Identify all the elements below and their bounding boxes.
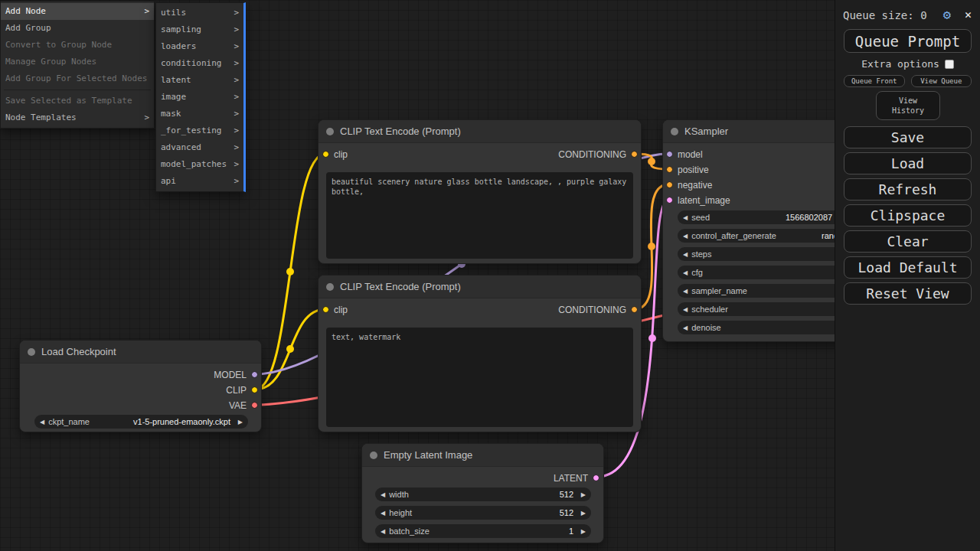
widget-name: batch_size (389, 527, 430, 536)
collapse-dot-icon[interactable] (326, 283, 334, 291)
widget-ckpt-name[interactable]: ◀ ckpt_name v1-5-pruned-emaonly.ckpt ▶ (34, 415, 248, 429)
menu-item-add-group[interactable]: Add Group (1, 20, 154, 37)
submenu-arrow-icon: > (234, 156, 239, 173)
reset-view-button[interactable]: Reset View (844, 282, 972, 305)
settings-gear-icon[interactable]: ⚙ (943, 7, 951, 22)
submenu-item-for-testing[interactable]: _for_testing > (156, 122, 243, 139)
node-title: CLIP Text Encode (Prompt) (340, 281, 461, 292)
decrement-arrow-icon[interactable]: ◀ (381, 491, 385, 498)
submenu-arrow-icon: > (234, 89, 239, 106)
prompt-textarea[interactable]: beautiful scenery nature glass bottle la… (326, 172, 633, 259)
submenu-item-advanced[interactable]: advanced > (156, 139, 243, 156)
clear-button[interactable]: Clear (844, 230, 972, 253)
close-icon[interactable]: ✕ (965, 8, 972, 21)
prompt-textarea[interactable]: text, watermark (326, 328, 633, 427)
submenu-item-loaders[interactable]: loaders > (156, 38, 243, 55)
decrement-arrow-icon[interactable]: ◀ (683, 288, 688, 295)
widget-value: v1-5-pruned-emaonly.ckpt (133, 417, 243, 426)
node-title-bar[interactable]: Load Checkpoint (20, 341, 261, 364)
view-history-button[interactable]: View History (876, 91, 940, 120)
input-slot-clip[interactable] (322, 151, 329, 158)
output-slot-conditioning[interactable] (631, 151, 638, 158)
increment-arrow-icon[interactable]: ▶ (581, 491, 586, 498)
input-slot-positive[interactable] (666, 166, 673, 173)
node-clip-text-encode-2[interactable]: CLIP Text Encode (Prompt) clip CONDITION… (318, 275, 642, 432)
submenu-item-mask[interactable]: mask > (156, 106, 243, 122)
menu-item-node-templates[interactable]: Node Templates > (1, 109, 154, 126)
node-empty-latent-image[interactable]: Empty Latent Image LATENT ◀ width 512 ▶ … (361, 443, 604, 543)
collapse-dot-icon[interactable] (370, 452, 377, 459)
node-title-bar[interactable]: Empty Latent Image (362, 444, 603, 467)
decrement-arrow-icon[interactable]: ◀ (683, 214, 688, 221)
next-option-arrow-icon[interactable]: ▶ (238, 419, 243, 425)
submenu-arrow-icon: > (144, 109, 149, 126)
output-slot-clip[interactable] (251, 386, 258, 393)
decrement-arrow-icon[interactable]: ◀ (683, 233, 688, 240)
menu-item-add-node[interactable]: Add Node > (1, 3, 154, 20)
output-slot-vae[interactable] (251, 402, 258, 409)
input-slot-model[interactable] (666, 151, 673, 158)
widget-name: scheduler (691, 305, 728, 314)
queue-actions-row: Queue Front View Queue (844, 75, 972, 87)
widget-name: steps (691, 249, 711, 259)
input-slot-clip[interactable] (322, 306, 329, 313)
input-slot-latent-image[interactable] (666, 197, 673, 204)
widget-width[interactable]: ◀ width 512 ▶ (375, 487, 591, 501)
menu-item-save-selected-as-template[interactable]: Save Selected as Template (1, 93, 154, 109)
queue-prompt-button[interactable]: Queue Prompt (844, 29, 972, 53)
load-button[interactable]: Load (844, 152, 972, 174)
submenu-arrow-icon: > (234, 139, 239, 156)
output-slot-model[interactable] (251, 371, 258, 378)
widget-name: sampler_name (691, 286, 747, 295)
decrement-arrow-icon[interactable]: ◀ (381, 528, 385, 535)
decrement-arrow-icon[interactable]: ◀ (683, 269, 688, 276)
refresh-button[interactable]: Refresh (844, 178, 972, 201)
submenu-item-image[interactable]: image > (156, 89, 243, 106)
input-slot-negative[interactable] (666, 181, 673, 188)
node-title-bar[interactable]: CLIP Text Encode (Prompt) (318, 276, 641, 298)
clipspace-button[interactable]: Clipspace (844, 204, 972, 227)
output-slot-latent[interactable] (593, 474, 599, 481)
queue-front-button[interactable]: Queue Front (844, 75, 905, 87)
submenu-item-api[interactable]: api > (156, 173, 243, 190)
input-slot-label: model (678, 150, 703, 159)
widget-height[interactable]: ◀ height 512 ▶ (375, 506, 591, 520)
link-midpoint-dot (648, 334, 656, 342)
load-default-button[interactable]: Load Default (844, 256, 972, 279)
decrement-arrow-icon[interactable]: ◀ (683, 251, 688, 258)
decrement-arrow-icon[interactable]: ◀ (683, 306, 688, 313)
output-slot-conditioning[interactable] (631, 306, 638, 313)
widget-batch-size[interactable]: ◀ batch_size 1 ▶ (375, 524, 591, 538)
submenu-arrow-icon: > (234, 5, 239, 21)
collapse-dot-icon[interactable] (28, 348, 35, 356)
node-title: Empty Latent Image (384, 449, 472, 461)
output-slot-label: CLIP (226, 386, 247, 395)
increment-arrow-icon[interactable]: ▶ (581, 510, 586, 517)
submenu-item-latent[interactable]: latent > (156, 72, 243, 89)
node-load-checkpoint[interactable]: Load Checkpoint MODEL CLIP VAE ◀ ckpt_na… (19, 340, 262, 432)
view-queue-button[interactable]: View Queue (911, 75, 972, 87)
submenu-item-utils[interactable]: utils > (156, 5, 243, 21)
extra-options-checkbox[interactable] (945, 60, 954, 69)
widget-name: width (389, 490, 409, 499)
menu-item-convert-to-group-node[interactable]: Convert to Group Node (1, 37, 154, 54)
link-midpoint-dot (648, 243, 655, 250)
submenu-item-model-patches[interactable]: model_patches > (156, 156, 243, 173)
collapse-dot-icon[interactable] (326, 128, 334, 135)
widget-name: denoise (691, 323, 721, 332)
save-button[interactable]: Save (844, 126, 972, 148)
decrement-arrow-icon[interactable]: ◀ (683, 324, 688, 331)
input-slot-label: latent_image (678, 196, 730, 205)
prev-option-arrow-icon[interactable]: ◀ (40, 419, 44, 425)
decrement-arrow-icon[interactable]: ◀ (381, 510, 385, 517)
node-clip-text-encode-1[interactable]: CLIP Text Encode (Prompt) clip CONDITION… (318, 119, 642, 264)
node-title-bar[interactable]: CLIP Text Encode (Prompt) (318, 120, 641, 143)
widget-name: control_after_generate (691, 231, 776, 240)
menu-item-manage-group-nodes[interactable]: Manage Group Nodes (1, 54, 154, 70)
submenu-item-sampling[interactable]: sampling > (156, 21, 243, 38)
collapse-dot-icon[interactable] (671, 128, 678, 135)
menu-item-add-group-for-selected-nodes[interactable]: Add Group For Selected Nodes (1, 70, 154, 87)
increment-arrow-icon[interactable]: ▶ (581, 528, 586, 535)
submenu-item-conditioning[interactable]: conditioning > (156, 55, 243, 72)
menu-item-label: mask (161, 106, 181, 122)
